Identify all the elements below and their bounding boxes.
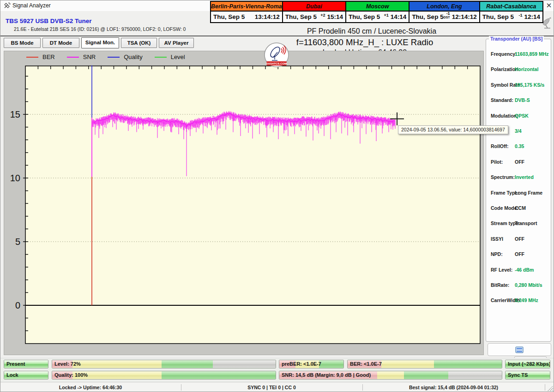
status-best-signal: Best signal: 15,4 dB (2024-09-04 01:32) — [362, 382, 545, 392]
clock-3: MoscowThu, Sep 5+114:14 — [346, 2, 409, 22]
transponder-row-modulation-: Modulation:QPSK — [486, 113, 551, 120]
preber-meter: preBER: <1.0E-7 — [279, 360, 344, 368]
clock-2: DubaiThu, Sep 5+215:14 — [283, 2, 346, 22]
snr-meter: SNR: 14,5 dB (Margin: 9,0 dB | Good) — [279, 371, 502, 380]
clock-time-row: Thu, Sep 5+215:14 — [283, 12, 345, 22]
clock-4: London, EngThu, Sep 5-1DST12:14:12 — [409, 2, 480, 22]
clock-time-row: Thu, Sep 5-112:14 — [480, 12, 542, 22]
clock-city-label: Berlin-Paris-Vienna-Roma — [211, 2, 282, 12]
legend-item-quality: Quality — [108, 53, 142, 60]
lock-indicator: Lock — [4, 371, 48, 380]
list-icon — [515, 346, 524, 353]
clock-time-row: Thu, Sep 513:14:12 — [211, 12, 282, 22]
legend-item-snr: SNR — [67, 53, 96, 60]
status-bar: Locked -> Uptime: 64:46:30 SYNC 0 | TEI … — [0, 382, 554, 392]
mode-button-signal-mon-[interactable]: Signal Mon. — [81, 37, 119, 48]
clock-city-label: Dubai — [283, 2, 345, 12]
close-icon[interactable]: ✕ — [545, 1, 553, 10]
world-clock-table: Berlin-Paris-Vienna-RomaThu, Sep 513:14:… — [210, 1, 543, 23]
app-icon — [4, 2, 11, 11]
legend-item-level: Level — [155, 53, 185, 60]
chart-legend: BERSNRQualityLevel — [26, 53, 185, 60]
app-title: Signal Analyzer — [12, 2, 51, 9]
clock-city-label: Rabat-Casablanca — [480, 2, 542, 12]
report-button[interactable] — [488, 343, 551, 356]
level-meter: Level: 72% — [52, 360, 276, 368]
ber-meter: BER: <1.0E-7 — [347, 360, 502, 368]
transponder-row-code-mode-: Code Mode:CCM — [486, 205, 551, 213]
mode-button-bs-mode[interactable]: BS Mode — [4, 38, 41, 48]
sync-ts-indicator: Sync TS — [505, 371, 550, 380]
legend-item-ber: BER — [26, 53, 55, 60]
clock-city-label: Moscow — [346, 2, 409, 12]
transponder-row-carrierwidth-: CarrierWidth:0,249 MHz — [486, 297, 551, 305]
transponder-row-frame-type-: Frame Type:Long Frame — [486, 190, 551, 197]
clock-time-row: Thu, Sep 5+114:14 — [346, 12, 409, 22]
tuner-subtitle: 21.6E - Eutelsat 21B SES 16 (ID: 0216) @… — [14, 26, 186, 32]
status-sync-counters: SYNC 0 | TEI 0 | CC 0 — [181, 382, 362, 392]
clock-time-row: Thu, Sep 5-1DST12:14:12 — [409, 12, 479, 22]
transponder-row-spectrum-: Spectrum:Inverted — [486, 174, 551, 182]
chart-tooltip: 2024-09-05 13.06.56, value: 14,600000381… — [398, 125, 508, 134]
resize-grip[interactable] — [548, 386, 553, 391]
clock-1: Berlin-Paris-Vienna-RomaThu, Sep 513:14:… — [211, 2, 283, 22]
transponder-row-npd-: NPD:OFF — [486, 251, 551, 259]
clock-city-label: London, Eng — [409, 2, 479, 12]
transponder-panel: Transponder (AU) [BS] Frequency:11603,85… — [486, 39, 551, 342]
mode-button-tsa-ok-[interactable]: TSA (OK) — [121, 38, 157, 48]
transponder-panel-title: Transponder (AU) [BS] — [489, 36, 544, 42]
signal-chart-panel[interactable]: BERSNRQualityLevel — [4, 51, 484, 355]
tuner-title: TBS 5927 USB DVB-S2 Tuner — [6, 18, 92, 24]
site-title: PF Prodelin 450 cm / Lucenec-Slovakia — [212, 27, 531, 36]
transponder-row-rolloff-: RollOff:0.35 — [486, 143, 551, 151]
transponder-row-frequency-: Frequency:11603,859 MHz — [486, 51, 551, 59]
transponder-row-stream-type-: Stream type:Transport — [486, 220, 551, 228]
dxsatcs-logo: DXSATCS.COM — [264, 42, 289, 70]
clock-5: Rabat-CasablancaThu, Sep 5-112:14 — [480, 2, 542, 22]
mode-button-av-player[interactable]: AV Player — [159, 38, 194, 48]
input-indicator: Input (~282 Kbps) — [505, 360, 550, 368]
transponder-row-pilot-: Pilot:OFF — [486, 159, 551, 166]
transponder-row-symbol-rate-: Symbol Rate:185,175 KS/s — [486, 82, 551, 89]
transponder-row-standard-: Standard:DVB-S — [486, 97, 551, 105]
transponder-row-polarization-: Polarization:Horizontal — [486, 66, 551, 74]
svg-text:DXSATCS.COM: DXSATCS.COM — [266, 62, 287, 65]
status-uptime: Locked -> Uptime: 64:46:30 — [0, 382, 181, 392]
present-indicator: Present — [4, 360, 48, 368]
header-divider — [0, 36, 554, 36]
frequency-title: f=11603,800 MHz_H_ : LUXE Radio — [208, 37, 522, 48]
transponder-row-rf-level-: RF Level:-46 dBm — [486, 267, 551, 274]
quality-meter: Quality: 100% — [52, 371, 276, 380]
mode-button-dt-mode[interactable]: DT Mode — [42, 38, 79, 48]
transponder-row-issyi: ISSYIOFF — [486, 236, 551, 244]
transponder-row-bitrate-: BitRate:0,280 Mbit/s — [486, 282, 551, 290]
